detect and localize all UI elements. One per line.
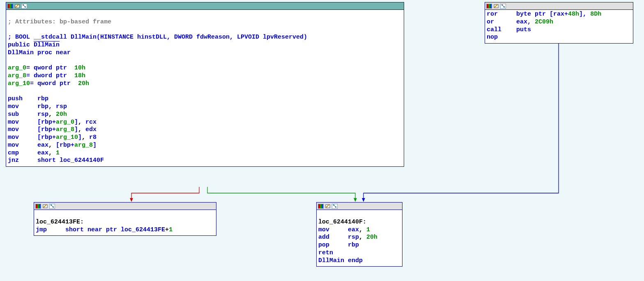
ins-mov: mov	[318, 226, 329, 233]
sym-endp: DllMain	[318, 257, 344, 264]
op-eax2: eax	[37, 150, 48, 157]
ref-loc140f: loc_6244140F	[60, 157, 104, 164]
label-colon: :	[80, 219, 84, 226]
block-titlebar[interactable]	[485, 2, 633, 10]
color-icon	[35, 204, 41, 209]
svg-rect-9	[36, 204, 37, 208]
ref-target: loc_624413FE	[121, 226, 165, 233]
imm-20h: 20h	[56, 111, 67, 118]
br-l3: [rbp+	[37, 134, 56, 141]
op-eax: eax	[348, 226, 359, 233]
arg0-eq: = qword ptr	[26, 64, 74, 71]
op-rsp: rsp	[37, 111, 48, 118]
br-r: ],	[579, 11, 586, 18]
block-loc-6244140f[interactable]: loc_6244140F: mov eax, 1 add rsp, 20h po…	[316, 202, 402, 267]
svg-rect-2	[9, 4, 11, 8]
svg-rect-27	[490, 4, 492, 8]
ins-cmp: cmp	[8, 150, 19, 157]
ins-ror: ror	[487, 11, 498, 18]
color-icon	[486, 4, 492, 9]
svg-rect-25	[487, 4, 488, 8]
ins-mov2: mov	[8, 119, 19, 126]
arg10-eq: = qword ptr	[30, 80, 78, 87]
edge-false	[131, 187, 199, 201]
ins-mov4: mov	[8, 134, 19, 141]
svg-rect-31	[504, 7, 505, 7]
ins-nop: nop	[487, 34, 498, 41]
svg-rect-11	[39, 204, 41, 208]
block-content[interactable]: ror byte ptr [rax+48h], 8Dh or eax, 2C09…	[485, 10, 633, 43]
sym-dllmain: DllMain	[34, 41, 60, 48]
svg-rect-15	[53, 207, 54, 207]
imm-8dh: 8Dh	[590, 11, 601, 18]
svg-rect-22	[333, 205, 334, 205]
off-48h: 48h	[568, 11, 579, 18]
kw-public: public	[8, 41, 30, 48]
plus: +	[165, 226, 169, 233]
ins-mov5: mov	[8, 142, 19, 149]
svg-rect-17	[318, 204, 320, 208]
br-l: [rax+	[550, 11, 568, 18]
op-rbp-rsp: rbp, rsp	[37, 103, 67, 110]
imm-1: 1	[169, 226, 172, 233]
svg-rect-19	[322, 204, 323, 208]
op-r8: r8	[89, 134, 97, 141]
br-l1: [rbp+	[37, 119, 56, 126]
kw-proc-near: proc near	[37, 49, 71, 56]
svg-rect-7	[25, 7, 26, 7]
ins-retn: retn	[318, 249, 333, 256]
block-loc-624413fe[interactable]: loc_624413FE: jmp short near ptr loc_624…	[34, 202, 216, 236]
imm-1: 1	[56, 150, 60, 157]
block-content[interactable]: loc_6244140F: mov eax, 1 add rsp, 20h po…	[317, 210, 402, 266]
svg-rect-1	[8, 4, 9, 8]
op-rcx: rcx	[85, 119, 97, 126]
ref-arg8: arg_8	[56, 126, 74, 133]
edit-icon	[42, 204, 48, 209]
ins-push: push	[8, 95, 23, 102]
block-content[interactable]: loc_624413FE: jmp short near ptr loc_624…	[34, 210, 216, 235]
op-eax: eax	[37, 142, 48, 149]
ins-or: or	[487, 18, 494, 25]
color-icon	[318, 204, 324, 209]
ins-call: call	[487, 26, 501, 33]
edit-icon	[325, 204, 331, 209]
edit-icon	[493, 4, 499, 9]
op-eax: eax,	[516, 18, 531, 25]
arg8-name: arg_8	[8, 72, 26, 79]
br-r2: ]	[74, 126, 78, 133]
svg-rect-23	[335, 207, 336, 207]
arg8-eq: = dword ptr	[26, 72, 74, 79]
kw-endp: endp	[348, 257, 363, 264]
edge-true	[207, 187, 355, 201]
op-rsp: rsp	[348, 234, 359, 241]
graph-icon	[49, 204, 55, 209]
arg0-off: 10h	[74, 64, 85, 71]
comment-signature: ; BOOL __stdcall DllMain(HINSTANCE hinst…	[8, 34, 307, 41]
br-r3: ]	[78, 134, 82, 141]
svg-rect-10	[37, 204, 39, 208]
block-titlebar[interactable]	[34, 203, 216, 210]
op-edx: edx	[85, 126, 97, 133]
block-right[interactable]: ror byte ptr [rax+48h], 8Dh or eax, 2C09…	[485, 2, 633, 44]
ins-jnz: jnz	[8, 157, 19, 164]
arg10-name: arg_10	[8, 80, 30, 87]
block-content[interactable]: ; Attributes: bp-based frame ; BOOL __st…	[6, 10, 404, 166]
kw-short-near: short near ptr	[65, 226, 117, 233]
arg0-name: arg_0	[8, 64, 26, 71]
block-titlebar[interactable]	[317, 203, 402, 210]
ins-jmp: jmp	[36, 226, 47, 233]
color-icon	[7, 4, 13, 9]
ins-add: add	[318, 234, 329, 241]
ins-sub: sub	[8, 111, 19, 118]
br-r1: ]	[74, 119, 78, 126]
block-main[interactable]: ; Attributes: bp-based frame ; BOOL __st…	[6, 2, 404, 167]
svg-rect-30	[501, 5, 503, 5]
label-loc: loc_624413FE	[36, 219, 80, 226]
svg-rect-3	[11, 4, 13, 8]
op-rbp: rbp	[348, 242, 359, 249]
graph-icon	[332, 204, 338, 209]
svg-rect-6	[23, 5, 24, 5]
kw-short: short	[37, 157, 56, 164]
block-titlebar[interactable]	[6, 2, 404, 10]
ref-arg0: arg_0	[56, 119, 74, 126]
